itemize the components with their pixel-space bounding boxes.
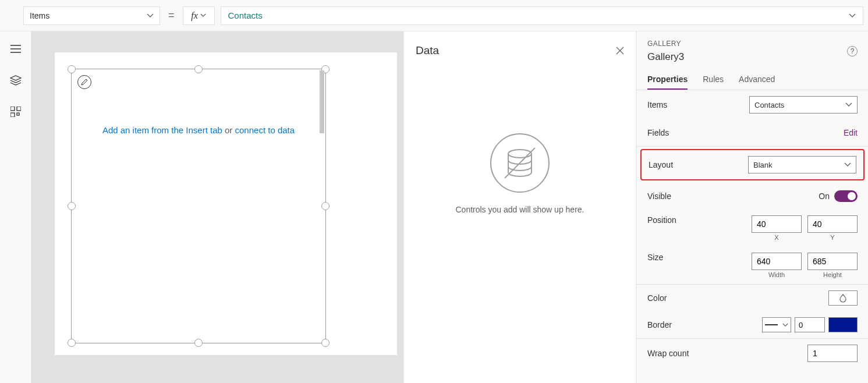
database-empty-icon xyxy=(490,133,550,193)
items-value: Contacts xyxy=(754,101,784,109)
wrap-count-input[interactable] xyxy=(807,345,858,362)
border-width-input[interactable] xyxy=(795,317,825,332)
help-icon[interactable]: ? xyxy=(847,46,858,56)
properties-panel: GALLERY Gallery3 ? Properties Rules Adva… xyxy=(636,31,868,383)
edit-gallery-button[interactable] xyxy=(77,75,91,89)
color-label: Color xyxy=(647,293,667,303)
layout-label: Layout xyxy=(649,160,673,169)
position-y-input[interactable] xyxy=(807,215,858,233)
height-sublabel: Height xyxy=(823,271,842,278)
fields-label: Fields xyxy=(647,128,669,137)
svg-rect-2 xyxy=(10,113,15,117)
data-empty-state: Controls you add will show up here. xyxy=(404,133,636,214)
svg-rect-0 xyxy=(10,107,15,111)
border-color-picker[interactable] xyxy=(828,317,858,332)
data-empty-message: Controls you add will show up here. xyxy=(455,205,584,214)
border-style-dropdown[interactable] xyxy=(762,317,791,332)
layers-icon[interactable] xyxy=(10,75,22,86)
resize-handle-tc[interactable] xyxy=(194,65,203,73)
control-name: Gallery3 xyxy=(647,51,684,63)
items-dropdown[interactable]: Contacts xyxy=(749,96,858,114)
border-label: Border xyxy=(647,320,672,329)
size-height-input[interactable] xyxy=(807,253,858,270)
gallery-hint: Add an item from the Insert tab or conne… xyxy=(72,125,325,135)
svg-rect-1 xyxy=(17,107,21,111)
resize-handle-bl[interactable] xyxy=(68,339,76,347)
formula-input[interactable]: Contacts xyxy=(221,6,863,25)
width-sublabel: Width xyxy=(768,271,785,278)
toggle-switch[interactable] xyxy=(834,190,858,202)
visible-label: Visible xyxy=(647,192,671,201)
tab-rules[interactable]: Rules xyxy=(703,75,724,90)
layout-row-highlight: Layout Blank xyxy=(640,149,865,180)
canvas-page[interactable]: Add an item from the Insert tab or conne… xyxy=(55,52,397,355)
property-selector[interactable]: Items xyxy=(23,6,160,25)
gallery-selection[interactable]: Add an item from the Insert tab or conne… xyxy=(71,69,326,343)
resize-handle-ml[interactable] xyxy=(68,202,76,210)
insert-tab-link[interactable]: Add an item from the Insert tab xyxy=(102,125,222,135)
tab-properties[interactable]: Properties xyxy=(647,75,688,90)
border-line-icon xyxy=(765,324,778,325)
chevron-down-icon xyxy=(849,13,856,18)
layout-value: Blank xyxy=(753,161,773,169)
canvas-area: Add an item from the Insert tab or conne… xyxy=(31,31,403,383)
visible-toggle[interactable]: On xyxy=(819,190,858,202)
resize-handle-tl[interactable] xyxy=(68,65,76,73)
position-x-input[interactable] xyxy=(752,215,802,233)
position-label: Position xyxy=(647,215,676,225)
resize-handle-br[interactable] xyxy=(321,339,330,347)
visible-state: On xyxy=(819,192,830,201)
paint-icon xyxy=(838,293,848,303)
layout-dropdown[interactable]: Blank xyxy=(748,156,856,173)
property-tabs: Properties Rules Advanced xyxy=(637,66,868,90)
resize-handle-mr[interactable] xyxy=(321,202,330,210)
close-icon[interactable] xyxy=(616,47,624,55)
connect-data-link[interactable]: connect to data xyxy=(235,125,295,135)
resize-handle-bc[interactable] xyxy=(194,339,203,347)
control-category: GALLERY xyxy=(647,40,684,48)
left-rail xyxy=(0,31,31,383)
items-label: Items xyxy=(647,100,667,109)
formula-bar: Items = fx Contacts xyxy=(0,0,868,31)
equals-label: = xyxy=(166,9,177,22)
x-sublabel: X xyxy=(774,234,778,241)
y-sublabel: Y xyxy=(830,234,834,241)
size-width-input[interactable] xyxy=(752,253,802,270)
grid-icon[interactable] xyxy=(10,106,22,118)
gallery-scrollbar[interactable] xyxy=(320,70,324,133)
fx-icon: fx xyxy=(191,10,198,21)
wrap-count-label: Wrap count xyxy=(647,349,689,358)
color-picker[interactable] xyxy=(828,290,858,306)
svg-rect-3 xyxy=(17,113,19,115)
svg-point-5 xyxy=(508,150,532,158)
data-pane: Data Controls you add will show up here. xyxy=(403,31,636,383)
formula-value: Contacts xyxy=(228,10,263,20)
property-selector-value: Items xyxy=(30,11,49,20)
hamburger-icon[interactable] xyxy=(10,43,22,55)
data-pane-title: Data xyxy=(416,44,439,57)
tab-advanced[interactable]: Advanced xyxy=(739,75,775,90)
fields-edit-link[interactable]: Edit xyxy=(844,128,858,137)
hint-or: or xyxy=(222,125,235,135)
chevron-down-icon xyxy=(147,13,154,18)
fx-button[interactable]: fx xyxy=(183,6,215,25)
size-label: Size xyxy=(647,253,663,262)
